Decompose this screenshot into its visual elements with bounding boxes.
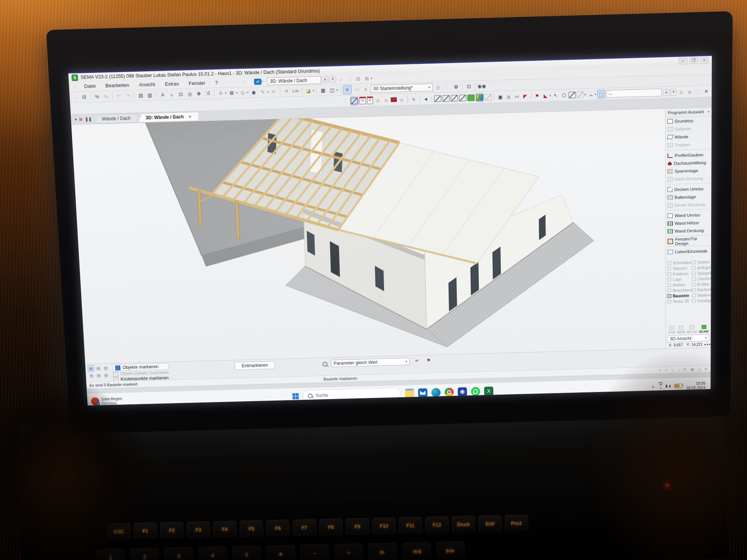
apply-icon[interactable]: ◍	[434, 83, 442, 91]
gear-small-icon[interactable]: ✲	[270, 87, 278, 96]
mode-mcad[interactable]: MCAD	[687, 325, 697, 334]
chevron-down-icon[interactable]: ▾	[313, 89, 314, 92]
chevron-down-icon[interactable]: ▾	[267, 90, 269, 93]
mail-icon[interactable]	[418, 388, 427, 398]
north-marker-icon[interactable]: N	[359, 97, 366, 105]
camera-icon[interactable]: ▣	[497, 93, 504, 101]
view-down-button[interactable]: ▼	[329, 76, 336, 83]
zoom-lens-icon[interactable]: ◎	[186, 90, 194, 98]
entmarkieren-button[interactable]: Entmarkieren	[235, 361, 275, 370]
excel-icon[interactable]	[484, 386, 493, 396]
house-red-icon[interactable]: ⌂	[678, 88, 685, 96]
view-up-button[interactable]: ▲	[322, 76, 329, 83]
cube-colored-icon[interactable]	[475, 93, 484, 102]
mode-3cad[interactable]: 3CAD	[699, 325, 709, 333]
storey-all-icon[interactable]: ⊟	[354, 75, 362, 83]
menu-fenster[interactable]: Fenster	[184, 79, 210, 87]
close-button[interactable]: ×	[700, 57, 709, 64]
tool-baustein[interactable]: Baustein	[667, 293, 691, 298]
chevron-down-icon[interactable]: ▾	[585, 93, 586, 96]
perspective-icon[interactable]: ◇	[239, 88, 247, 97]
chevron-down-icon[interactable]: ▾	[247, 91, 248, 94]
menu-ansicht[interactable]: Ansicht	[134, 81, 160, 88]
teamviewer-icon[interactable]: ⇄	[254, 78, 261, 85]
minimize-button[interactable]: –	[679, 57, 688, 65]
chevron-down-icon[interactable]: ▾	[236, 91, 238, 94]
cube-gray-icon[interactable]	[577, 90, 584, 99]
stack-button-6[interactable]: ▤	[103, 372, 110, 379]
chevron-down-icon[interactable]: ▾	[371, 77, 372, 80]
axis-3d-icon[interactable]: ⊹	[217, 89, 225, 97]
sidebar-item-wand-deckung[interactable]: Wand Deckung	[666, 226, 711, 235]
chevron-down-icon[interactable]: ▾	[595, 93, 596, 96]
menu-datei[interactable]: Datei	[80, 82, 100, 90]
roof-menu-icon[interactable]: ◣	[542, 91, 549, 100]
filter-up-button[interactable]: ▲	[663, 89, 669, 96]
chevron-down-icon[interactable]: ▾	[261, 80, 263, 83]
edge-icon[interactable]	[431, 388, 441, 397]
measure-pencil-icon[interactable]: ✎	[258, 88, 267, 96]
link-icon[interactable]: ⧓	[513, 92, 520, 100]
revert-icon[interactable]: ◌	[443, 83, 451, 91]
cube-side-icon[interactable]	[451, 94, 458, 102]
parameter-combo[interactable]: Parameter gleich Wert ▾	[331, 358, 410, 367]
text-style-icon[interactable]: A	[158, 90, 167, 99]
redo-icon[interactable]: ↷	[124, 91, 132, 100]
taskbar-search[interactable]: Suche	[303, 388, 401, 402]
red-wall-icon[interactable]	[391, 97, 397, 102]
windows-start-button[interactable]	[292, 393, 299, 399]
delete-box-icon[interactable]: ⊠	[227, 88, 236, 97]
brightness-icon[interactable]: ☼	[168, 90, 176, 99]
view-selector-combo[interactable]: 3D: Wände / Dach	[267, 76, 321, 85]
layout-panels-icon[interactable]: ◫	[328, 86, 336, 94]
rotate-view-icon[interactable]: ⤨	[204, 89, 212, 97]
print-icon[interactable]: ▤	[137, 91, 145, 99]
cabinet-icon[interactable]: ▦	[319, 86, 327, 94]
cube-iso-icon[interactable]	[459, 94, 467, 102]
box-disabled-icon[interactable]: ⬚	[694, 87, 701, 96]
photos-icon[interactable]	[458, 387, 467, 396]
pick-arrow-icon[interactable]: ◄	[422, 95, 430, 103]
undo-icon[interactable]: ↶	[115, 92, 123, 100]
tab-3d-waende-dach[interactable]: 3D: Wände / Dach ✕	[138, 112, 199, 123]
house-dark-icon[interactable]: ⌂	[686, 88, 693, 96]
whatsapp-icon[interactable]	[471, 387, 480, 396]
storey-up-icon[interactable]: ⌂	[337, 75, 345, 83]
maximize-button[interactable]: ❐	[689, 57, 698, 64]
sidebar-item-fenster-tuer-design[interactable]: Fenster/Tür Design	[666, 236, 711, 245]
menu-hilfe[interactable]: ?	[210, 79, 222, 86]
south-marker-icon[interactable]: S	[367, 96, 373, 104]
menu-extras[interactable]: Extras	[160, 80, 183, 88]
gear-icon[interactable]: ✿	[452, 83, 460, 91]
stack-button-2[interactable]: ▤	[95, 365, 102, 371]
cube-top-icon[interactable]	[434, 94, 441, 103]
pick-reference-icon[interactable]: ⚑	[425, 357, 433, 364]
tab-close-x-icon[interactable]: ✕	[188, 114, 192, 119]
mode-cad[interactable]: CAD	[668, 326, 675, 335]
roof-red-icon[interactable]: ◤	[521, 92, 529, 100]
info-icon[interactable]: ⊡	[465, 82, 473, 90]
chrome-icon[interactable]	[444, 388, 454, 397]
storey-menu-icon[interactable]: ⧉	[363, 74, 371, 83]
explorer-icon[interactable]	[405, 389, 414, 398]
tab-close-icon[interactable]: ⊠	[79, 117, 83, 122]
blue-box-icon[interactable]: ⬚	[597, 90, 605, 99]
chevron-down-icon[interactable]: ▾	[337, 88, 338, 91]
snap-star-icon[interactable]: ✳	[343, 85, 352, 94]
page-preview-icon[interactable]: ▥	[146, 91, 154, 99]
eye-icon[interactable]: ◉	[249, 88, 258, 96]
view-type-select[interactable]: 3D-Ansicht ▾	[667, 334, 709, 342]
dimension-icon[interactable]: 1,31	[291, 87, 300, 95]
stack-button-5[interactable]: ▤	[95, 372, 102, 379]
house-back-icon[interactable]: ⌂	[382, 96, 390, 104]
lightning-icon[interactable]: ϟ	[410, 95, 418, 103]
cube-pair-icon[interactable]	[568, 91, 576, 99]
stack-button-4[interactable]: ▤	[88, 372, 95, 379]
prism-icon[interactable]: ⬠	[560, 91, 567, 99]
house-point-icon[interactable]: ⌂	[398, 96, 406, 104]
open-folder-icon[interactable]: ⊟	[80, 93, 88, 101]
3d-viewport[interactable]	[71, 109, 666, 364]
menu-bearbeiten[interactable]: Bearbeiten	[101, 81, 134, 90]
storey-mid-icon[interactable]: ⌂	[345, 75, 354, 83]
chevron-down-icon[interactable]: ▾	[549, 94, 551, 97]
